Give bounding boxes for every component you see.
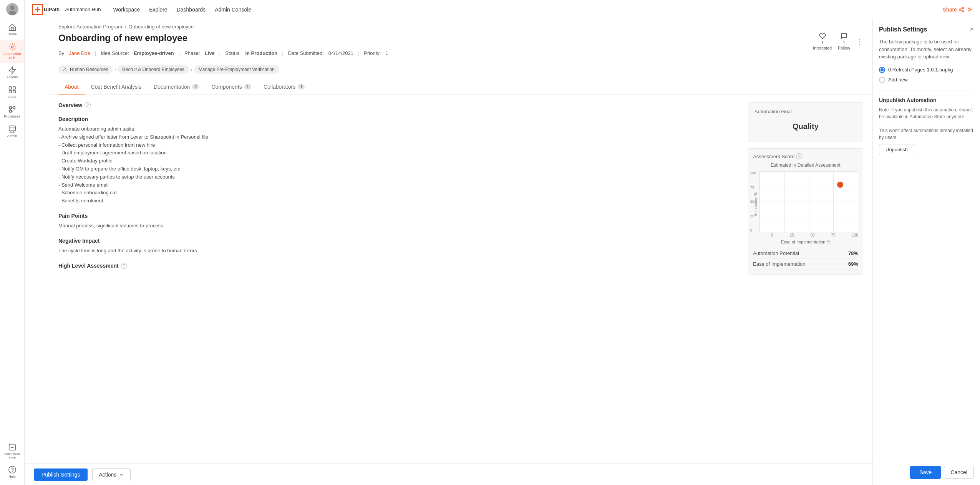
package-options: 0.Refresh.Pages.1.0.1.nupkg Add new <box>879 67 974 83</box>
idea-source-value: Employee-driven <box>134 50 174 56</box>
overview-title: Overview <box>58 102 82 108</box>
panel-description: The below package is to be used for cons… <box>879 38 974 61</box>
svg-rect-10 <box>9 110 12 113</box>
share-button[interactable]: Share <box>943 7 972 13</box>
page-header: Onboarding of new employee 1 Interested … <box>49 33 872 62</box>
unpublish-button[interactable]: Unpublish <box>879 144 914 155</box>
bottom-spacer <box>49 284 872 307</box>
y-tick-100: 100 <box>750 171 756 175</box>
sidebar-actions-label: Actions <box>7 75 18 79</box>
sidebar-item-apps[interactable]: Apps <box>0 83 24 102</box>
left-column: Overview ? Description Automate onboardi… <box>58 102 748 276</box>
svg-point-27 <box>968 8 971 11</box>
y-tick-25: 25 <box>750 214 756 218</box>
category-tag-2[interactable]: Manage Pre-Employment Verification <box>194 65 279 74</box>
overview-help-icon[interactable]: ? <box>85 102 91 108</box>
nav-workspace[interactable]: Workspace <box>113 5 140 14</box>
category-tag-1[interactable]: Recruit & Onboard Employees <box>118 65 189 74</box>
assessment-help-icon[interactable]: ? <box>796 153 802 159</box>
author-link[interactable]: Jane Doe <box>69 50 90 56</box>
negative-impact-text: The cycle time is long and the activity … <box>58 247 733 255</box>
share-label: Share <box>943 7 957 13</box>
panel-title: Publish Settings <box>879 26 927 33</box>
sidebar-item-automation-store[interactable]: Automation Store <box>0 440 24 462</box>
chart-dot <box>837 182 843 188</box>
cat-arrow-2: › <box>191 66 192 73</box>
more-options-button[interactable]: ⋮ <box>856 37 863 46</box>
nav-explore[interactable]: Explore <box>149 5 167 14</box>
score-row-1: Ease of Implementation 69% <box>753 259 858 270</box>
breadcrumb-parent[interactable]: Explore Automation Program <box>58 24 122 30</box>
svg-point-0 <box>10 5 15 10</box>
automation-goal-title: Automation Goal <box>754 109 857 114</box>
pain-points-label: Pain Points <box>58 213 88 219</box>
status-badge: In Production <box>245 50 277 56</box>
grid-v-0 <box>760 171 760 232</box>
logo-hub: Automation Hub <box>65 7 101 12</box>
negative-impact-title: Negative Impact <box>58 238 733 244</box>
cancel-button[interactable]: Cancel <box>944 466 974 479</box>
app-logo[interactable]: UiPath Automation Hub <box>32 4 101 15</box>
date-label: Date Submitted: <box>288 50 324 56</box>
svg-point-2 <box>11 46 13 48</box>
svg-point-22 <box>962 7 964 8</box>
score-value-1: 69% <box>848 261 858 267</box>
tab-cost-benefit[interactable]: Cost Benefit Analysis <box>85 80 148 94</box>
panel-close-button[interactable]: × <box>970 25 974 33</box>
grid-v-100 <box>858 171 858 232</box>
follow-button[interactable]: 1 Follow <box>838 33 850 50</box>
tab-collaborators-label: Collaborators <box>264 84 295 90</box>
radio-new-circle <box>879 77 885 83</box>
interested-button[interactable]: 1 Interested <box>813 33 832 50</box>
scatter-chart-wrap: Automation % 100 75 50 25 0 <box>753 171 858 237</box>
follow-label: Follow <box>838 46 850 50</box>
nav-admin-console[interactable]: Admin Console <box>215 5 251 14</box>
content-area: Explore Automation Program › Onboarding … <box>49 19 872 485</box>
date-value: 04/14/2021 <box>328 50 353 56</box>
pain-points-section: Pain Points Manual process, significant … <box>58 213 733 230</box>
svg-rect-6 <box>9 91 11 93</box>
unpublish-note: Note: If you unpublish this automation, … <box>879 106 974 141</box>
topnav-links: Workspace Explore Dashboards Admin Conso… <box>113 5 942 14</box>
grid-v-50 <box>809 171 809 232</box>
sidebar-item-processes[interactable]: Processes <box>0 102 24 122</box>
save-button[interactable]: Save <box>910 466 941 479</box>
tab-documentation[interactable]: Documentation 2 <box>148 80 205 94</box>
category-tag-0[interactable]: Human Resources <box>58 65 113 74</box>
svg-point-1 <box>8 11 16 15</box>
sidebar-help-label: Help <box>8 475 16 479</box>
high-level-section: High Level Assessment ? <box>58 263 733 269</box>
sidebar-hub-label: Automation Hub <box>2 52 23 60</box>
tab-about[interactable]: About <box>58 80 85 94</box>
breadcrumb: Explore Automation Program › Onboarding … <box>49 19 872 33</box>
sidebar-item-home[interactable]: Home <box>0 20 24 40</box>
radio-new[interactable]: Add new <box>879 77 974 83</box>
category-label-0: Human Resources <box>70 67 108 72</box>
sidebar-item-actions[interactable]: Actions <box>0 63 24 83</box>
main-content: Explore Automation Program › Onboarding … <box>49 19 980 485</box>
avatar[interactable] <box>6 3 18 15</box>
sidebar-item-automation-hub[interactable]: Automation Hub <box>0 40 24 63</box>
tab-components[interactable]: Components 1 <box>205 80 257 94</box>
sidebar-item-admin[interactable]: Admin <box>0 122 24 141</box>
actions-button[interactable]: Actions <box>92 468 131 481</box>
radio-existing-label: 0.Refresh.Pages.1.0.1.nupkg <box>888 67 953 73</box>
automation-goal-card: Automation Goal Quality <box>748 102 863 142</box>
cat-arrow-1: › <box>114 66 116 73</box>
publish-settings-button[interactable]: Publish Settings <box>34 468 88 481</box>
svg-point-24 <box>962 10 964 12</box>
logo-uipath: UiPath <box>44 7 60 12</box>
tab-collaborators[interactable]: Collaborators 1 <box>257 80 311 94</box>
right-column: Automation Goal Quality Assessment Score… <box>748 102 863 276</box>
priority-value: 1 <box>385 50 388 56</box>
high-level-help-icon[interactable]: ? <box>121 263 127 269</box>
sidebar-item-help[interactable]: Help <box>0 462 24 482</box>
nav-dashboards[interactable]: Dashboards <box>177 5 206 14</box>
svg-rect-9 <box>13 107 15 109</box>
status-label: Status: <box>225 50 240 56</box>
interested-count: 1 <box>821 40 824 45</box>
x-axis-label: Ease of Implementation % <box>753 240 858 244</box>
overview-section: Overview ? <box>58 102 733 108</box>
radio-existing[interactable]: 0.Refresh.Pages.1.0.1.nupkg <box>879 67 974 73</box>
scatter-chart <box>759 171 858 232</box>
